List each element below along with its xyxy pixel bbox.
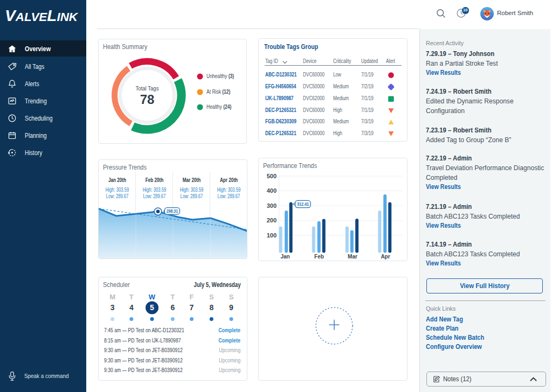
svg-text:W: W <box>149 293 156 301</box>
svg-text:8: 8 <box>209 303 213 312</box>
svg-text:3: 3 <box>111 303 115 312</box>
svg-text:T: T <box>170 293 175 301</box>
svg-text:Mar: Mar <box>348 254 357 260</box>
svg-text:M: M <box>109 293 115 301</box>
svg-text:500: 500 <box>267 173 277 179</box>
svg-text:Apr: Apr <box>381 254 390 260</box>
svg-text:300: 300 <box>267 202 277 209</box>
svg-text:5: 5 <box>150 303 154 312</box>
svg-text:Feb: Feb <box>314 254 324 260</box>
svg-text:6: 6 <box>170 303 175 312</box>
svg-text:S: S <box>229 293 234 301</box>
svg-text:200: 200 <box>267 217 277 223</box>
svg-text:T: T <box>129 293 134 301</box>
svg-text:9: 9 <box>229 303 233 312</box>
svg-text:F: F <box>190 293 194 301</box>
svg-text:4: 4 <box>129 303 134 312</box>
svg-text:100: 100 <box>267 232 277 239</box>
svg-text:7: 7 <box>190 303 194 312</box>
svg-text:400: 400 <box>267 187 277 194</box>
svg-text:298.31: 298.31 <box>167 208 178 214</box>
svg-text:S: S <box>209 293 214 301</box>
svg-text:312.41: 312.41 <box>297 201 309 207</box>
svg-text:Jan: Jan <box>280 254 289 260</box>
